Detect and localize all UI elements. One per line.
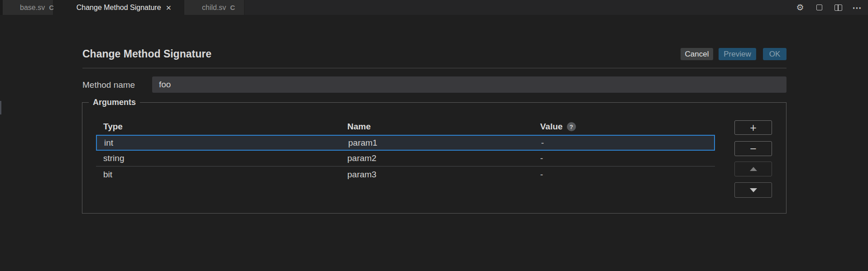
- tab-base-sv[interactable]: base.sv C: [3, 0, 53, 15]
- cell-type: string: [96, 153, 340, 163]
- split-editor-icon[interactable]: [834, 3, 843, 12]
- cell-type: int: [97, 138, 341, 148]
- remove-argument-button[interactable]: −: [734, 141, 772, 156]
- cancel-button[interactable]: Cancel: [681, 48, 713, 60]
- layout-square-icon[interactable]: [815, 3, 824, 12]
- table-header-row: Type Name Value ?: [96, 119, 715, 135]
- column-header-name: Name: [340, 122, 533, 132]
- arguments-table: Type Name Value ? int param1 - string pa…: [96, 119, 715, 182]
- settings-gear-icon[interactable]: ⚙: [796, 3, 805, 12]
- file-lines-icon: [66, 5, 73, 10]
- cell-value: -: [534, 138, 714, 148]
- scroll-indicator: [0, 101, 1, 114]
- table-row[interactable]: int param1 -: [96, 135, 715, 151]
- method-name-label: Method name: [82, 80, 135, 90]
- arguments-legend: Arguments: [89, 98, 140, 107]
- tab-label: Change Method Signature: [77, 4, 161, 12]
- file-lines-icon: [10, 5, 16, 10]
- tab-change-method-signature[interactable]: Change Method Signature ×: [53, 0, 184, 15]
- triangle-down-icon: [750, 188, 757, 192]
- ok-button[interactable]: OK: [763, 48, 786, 60]
- cell-name: param1: [341, 138, 534, 148]
- tab-language-badge: C: [230, 4, 235, 11]
- table-row[interactable]: string param2 -: [96, 151, 715, 166]
- move-down-button[interactable]: [734, 182, 772, 198]
- column-header-value: Value ?: [533, 122, 715, 132]
- cell-name: param2: [340, 153, 533, 163]
- cell-value: -: [533, 153, 715, 163]
- tab-child-sv[interactable]: child.sv C: [184, 0, 245, 15]
- column-header-type: Type: [96, 122, 340, 132]
- cell-type: bit: [96, 170, 340, 180]
- file-lines-icon: [192, 5, 198, 10]
- close-tab-icon[interactable]: ×: [166, 3, 172, 12]
- title-divider: [82, 68, 786, 68]
- table-row[interactable]: bit param3 -: [96, 166, 715, 182]
- triangle-up-icon: [750, 167, 757, 171]
- move-up-button[interactable]: [734, 162, 772, 176]
- cell-name: param3: [340, 170, 533, 180]
- more-actions-icon[interactable]: ⋯: [853, 3, 862, 12]
- editor-window: base.sv C Change Method Signature × chil…: [0, 0, 868, 271]
- value-help-icon[interactable]: ?: [567, 122, 576, 131]
- tab-label: base.sv: [20, 4, 45, 12]
- editor-tab-bar: base.sv C Change Method Signature × chil…: [0, 0, 868, 15]
- cell-value: -: [533, 170, 715, 180]
- preview-button[interactable]: Preview: [719, 48, 756, 60]
- editor-actions: ⚙ ⋯: [796, 0, 862, 15]
- page-title: Change Method Signature: [82, 48, 211, 60]
- tab-label: child.sv: [202, 4, 226, 12]
- add-argument-button[interactable]: +: [734, 120, 772, 135]
- method-name-input[interactable]: [152, 76, 786, 93]
